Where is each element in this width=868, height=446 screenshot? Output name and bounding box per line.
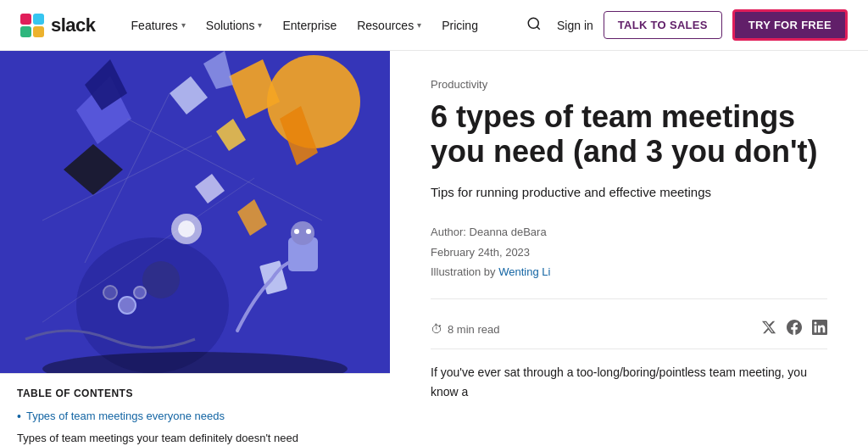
svg-point-14 (291, 221, 314, 245)
toc-link-1[interactable]: Types of team meetings everyone needs (26, 410, 225, 424)
svg-line-1 (537, 26, 539, 29)
chevron-down-icon: ▾ (181, 20, 186, 30)
svg-point-3 (267, 55, 360, 148)
chevron-down-icon: ▾ (417, 20, 421, 30)
article-category: Productivity (431, 78, 827, 91)
clock-icon: ⏱ (431, 322, 442, 336)
talk-to-sales-button[interactable]: TALK TO SALES (604, 11, 722, 39)
svg-point-16 (306, 229, 311, 234)
nav-solutions[interactable]: Solutions ▾ (198, 14, 271, 37)
twitter-icon[interactable] (761, 320, 776, 338)
page-content: TABLE OF CONTENTS • Types of team meetin… (0, 51, 868, 446)
nav-resources[interactable]: Resources ▾ (348, 14, 430, 37)
svg-point-29 (178, 220, 195, 237)
toc-item-1[interactable]: • Types of team meetings everyone needs (17, 410, 373, 424)
svg-point-0 (528, 18, 538, 28)
toc-item-2[interactable]: Types of team meetings your team definit… (17, 431, 373, 446)
read-time: ⏱ 8 min read (431, 322, 499, 336)
illustrator-link[interactable]: Wenting Li (498, 265, 550, 278)
svg-point-15 (294, 229, 299, 234)
chevron-down-icon: ▾ (258, 20, 262, 30)
nav-actions: Sign in TALK TO SALES TRY FOR FREE (521, 9, 848, 41)
svg-point-21 (119, 297, 136, 314)
linkedin-icon[interactable] (812, 320, 827, 338)
toc-title: TABLE OF CONTENTS (17, 387, 373, 399)
navbar: slack Features ▾ Solutions ▾ Enterprise … (0, 0, 868, 51)
article-date: February 24th, 2023 (431, 243, 827, 262)
author-label: Author: (431, 226, 466, 238)
search-button[interactable] (521, 11, 547, 39)
toc-bullet-icon: • (17, 410, 21, 423)
sign-in-link[interactable]: Sign in (557, 19, 593, 32)
nav-pricing[interactable]: Pricing (433, 14, 487, 37)
slack-logo-icon (20, 14, 44, 37)
svg-point-23 (134, 287, 146, 298)
article-subtitle: Tips for running productive and effectiv… (431, 183, 827, 203)
hero-illustration (0, 51, 390, 373)
social-icons (761, 320, 827, 338)
search-icon (526, 16, 542, 31)
left-panel: TABLE OF CONTENTS • Types of team meetin… (0, 51, 390, 446)
logo-text: slack (51, 14, 96, 36)
right-panel: Productivity 6 types of team meetings yo… (390, 51, 868, 446)
table-of-contents: TABLE OF CONTENTS • Types of team meetin… (0, 373, 390, 446)
article-author-line: Author: Deanna deBara (431, 222, 827, 242)
nav-enterprise[interactable]: Enterprise (274, 14, 345, 37)
article-preview-text: If you've ever sat through a too-long/bo… (431, 348, 827, 401)
logo[interactable]: slack (20, 14, 96, 37)
svg-point-12 (142, 261, 180, 298)
nav-features[interactable]: Features ▾ (123, 14, 194, 37)
svg-point-22 (103, 286, 117, 299)
nav-links: Features ▾ Solutions ▾ Enterprise Resour… (123, 14, 521, 37)
content-divider (431, 298, 827, 299)
article-meta: Author: Deanna deBara February 24th, 202… (431, 222, 827, 282)
facebook-icon[interactable] (787, 320, 802, 338)
try-for-free-button[interactable]: TRY FOR FREE (732, 9, 848, 41)
read-time-text: 8 min read (448, 323, 499, 336)
article-title: 6 types of team meetings you need (and 3… (431, 99, 827, 170)
hero-image (0, 51, 390, 373)
author-name: Deanna deBara (470, 226, 547, 238)
illustration-label: Illustration by (431, 265, 496, 278)
read-time-row: ⏱ 8 min read (431, 320, 827, 338)
article-illustration-credit: Illustration by Wenting Li (431, 262, 827, 282)
